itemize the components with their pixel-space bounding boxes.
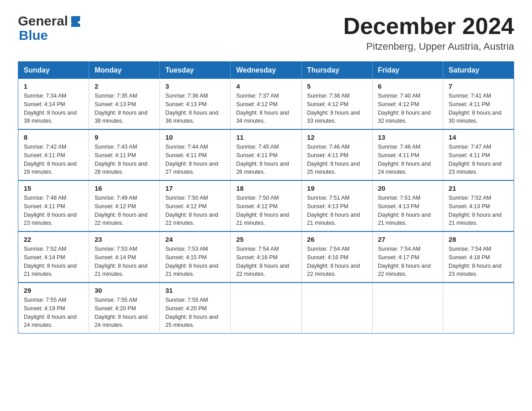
logo: General Blue <box>18 13 82 43</box>
day-info: Sunrise: 7:41 AM Sunset: 4:11 PM Dayligh… <box>449 92 508 125</box>
calendar-cell: 6 Sunrise: 7:40 AM Sunset: 4:12 PM Dayli… <box>372 79 443 129</box>
location-text: Pitzenberg, Upper Austria, Austria <box>343 41 514 52</box>
calendar-cell: 4 Sunrise: 7:37 AM Sunset: 4:12 PM Dayli… <box>231 79 301 129</box>
calendar-header: SundayMondayTuesdayWednesdayThursdayFrid… <box>18 62 514 79</box>
day-info: Sunrise: 7:55 AM Sunset: 4:20 PM Dayligh… <box>165 296 225 330</box>
day-info: Sunrise: 7:50 AM Sunset: 4:12 PM Dayligh… <box>236 194 296 227</box>
day-info: Sunrise: 7:37 AM Sunset: 4:12 PM Dayligh… <box>236 92 296 125</box>
day-info: Sunrise: 7:42 AM Sunset: 4:11 PM Dayligh… <box>24 143 83 176</box>
calendar-cell: 21 Sunrise: 7:52 AM Sunset: 4:13 PM Dayl… <box>443 180 514 231</box>
day-number: 9 <box>94 133 154 141</box>
day-number: 19 <box>307 184 367 192</box>
calendar-cell: 17 Sunrise: 7:50 AM Sunset: 4:12 PM Dayl… <box>160 180 231 231</box>
calendar-cell: 28 Sunrise: 7:54 AM Sunset: 4:18 PM Dayl… <box>443 231 514 283</box>
day-number: 8 <box>24 133 83 141</box>
calendar-cell: 25 Sunrise: 7:54 AM Sunset: 4:16 PM Dayl… <box>231 231 301 283</box>
calendar-cell: 18 Sunrise: 7:50 AM Sunset: 4:12 PM Dayl… <box>231 180 301 231</box>
day-info: Sunrise: 7:55 AM Sunset: 4:19 PM Dayligh… <box>24 296 83 330</box>
day-number: 17 <box>165 184 225 192</box>
day-number: 25 <box>236 235 296 243</box>
day-header-saturday: Saturday <box>443 62 514 79</box>
calendar-cell: 22 Sunrise: 7:52 AM Sunset: 4:14 PM Dayl… <box>18 231 89 283</box>
day-number: 20 <box>378 184 438 192</box>
day-number: 30 <box>94 287 154 294</box>
day-info: Sunrise: 7:54 AM Sunset: 4:18 PM Dayligh… <box>449 245 508 278</box>
day-number: 16 <box>94 184 154 192</box>
day-info: Sunrise: 7:52 AM Sunset: 4:14 PM Dayligh… <box>24 245 83 278</box>
calendar-cell <box>301 283 372 334</box>
calendar-cell: 7 Sunrise: 7:41 AM Sunset: 4:11 PM Dayli… <box>443 79 514 129</box>
day-info: Sunrise: 7:44 AM Sunset: 4:11 PM Dayligh… <box>165 143 225 176</box>
day-info: Sunrise: 7:45 AM Sunset: 4:11 PM Dayligh… <box>236 143 296 176</box>
day-header-wednesday: Wednesday <box>231 62 301 79</box>
day-info: Sunrise: 7:51 AM Sunset: 4:13 PM Dayligh… <box>378 194 438 227</box>
day-number: 22 <box>24 235 83 243</box>
calendar-cell <box>372 283 443 334</box>
day-header-tuesday: Tuesday <box>160 62 231 79</box>
day-info: Sunrise: 7:43 AM Sunset: 4:11 PM Dayligh… <box>94 143 154 176</box>
day-number: 15 <box>24 184 83 192</box>
day-info: Sunrise: 7:46 AM Sunset: 4:11 PM Dayligh… <box>378 143 438 176</box>
day-number: 13 <box>378 133 438 141</box>
month-title: December 2024 <box>343 13 514 39</box>
day-number: 28 <box>449 235 508 243</box>
logo-blue-text: Blue <box>19 28 48 43</box>
day-info: Sunrise: 7:40 AM Sunset: 4:12 PM Dayligh… <box>378 92 438 125</box>
logo-flag-icon <box>69 14 82 27</box>
calendar-cell: 2 Sunrise: 7:35 AM Sunset: 4:13 PM Dayli… <box>89 79 160 129</box>
day-info: Sunrise: 7:38 AM Sunset: 4:12 PM Dayligh… <box>307 92 367 125</box>
day-info: Sunrise: 7:52 AM Sunset: 4:13 PM Dayligh… <box>449 194 508 227</box>
day-number: 10 <box>165 133 225 141</box>
calendar-cell: 11 Sunrise: 7:45 AM Sunset: 4:11 PM Dayl… <box>231 129 301 180</box>
day-number: 11 <box>236 133 296 141</box>
calendar-cell: 9 Sunrise: 7:43 AM Sunset: 4:11 PM Dayli… <box>89 129 160 180</box>
week-row-4: 22 Sunrise: 7:52 AM Sunset: 4:14 PM Dayl… <box>18 231 514 283</box>
week-row-1: 1 Sunrise: 7:34 AM Sunset: 4:14 PM Dayli… <box>18 79 514 129</box>
calendar-cell: 24 Sunrise: 7:53 AM Sunset: 4:15 PM Dayl… <box>160 231 231 283</box>
calendar-cell: 15 Sunrise: 7:48 AM Sunset: 4:11 PM Dayl… <box>18 180 89 231</box>
day-number: 27 <box>378 235 438 243</box>
calendar-cell: 13 Sunrise: 7:46 AM Sunset: 4:11 PM Dayl… <box>372 129 443 180</box>
day-number: 2 <box>94 82 154 90</box>
calendar-cell: 12 Sunrise: 7:46 AM Sunset: 4:11 PM Dayl… <box>301 129 372 180</box>
day-number: 12 <box>307 133 367 141</box>
day-number: 4 <box>236 82 296 90</box>
day-info: Sunrise: 7:51 AM Sunset: 4:13 PM Dayligh… <box>307 194 367 227</box>
day-number: 26 <box>307 235 367 243</box>
day-info: Sunrise: 7:54 AM Sunset: 4:16 PM Dayligh… <box>236 245 296 278</box>
day-number: 3 <box>165 82 225 90</box>
week-row-5: 29 Sunrise: 7:55 AM Sunset: 4:19 PM Dayl… <box>18 283 514 334</box>
logo-general-text: General <box>18 13 68 29</box>
day-number: 5 <box>307 82 367 90</box>
day-number: 7 <box>449 82 508 90</box>
calendar-cell: 23 Sunrise: 7:53 AM Sunset: 4:14 PM Dayl… <box>89 231 160 283</box>
day-info: Sunrise: 7:53 AM Sunset: 4:14 PM Dayligh… <box>94 245 154 278</box>
calendar-cell: 5 Sunrise: 7:38 AM Sunset: 4:12 PM Dayli… <box>301 79 372 129</box>
day-info: Sunrise: 7:47 AM Sunset: 4:11 PM Dayligh… <box>449 143 508 176</box>
calendar-cell: 30 Sunrise: 7:55 AM Sunset: 4:20 PM Dayl… <box>89 283 160 334</box>
title-section: December 2024 Pitzenberg, Upper Austria,… <box>343 13 514 52</box>
day-number: 24 <box>165 235 225 243</box>
day-info: Sunrise: 7:48 AM Sunset: 4:11 PM Dayligh… <box>24 194 83 227</box>
day-info: Sunrise: 7:34 AM Sunset: 4:14 PM Dayligh… <box>24 92 83 125</box>
page-header: General Blue December 2024 Pitzenberg, U… <box>18 13 514 52</box>
day-number: 23 <box>94 235 154 243</box>
day-number: 29 <box>24 287 83 294</box>
week-row-2: 8 Sunrise: 7:42 AM Sunset: 4:11 PM Dayli… <box>18 129 514 180</box>
day-info: Sunrise: 7:35 AM Sunset: 4:13 PM Dayligh… <box>94 92 154 125</box>
calendar-cell: 10 Sunrise: 7:44 AM Sunset: 4:11 PM Dayl… <box>160 129 231 180</box>
day-info: Sunrise: 7:55 AM Sunset: 4:20 PM Dayligh… <box>94 296 154 330</box>
day-info: Sunrise: 7:46 AM Sunset: 4:11 PM Dayligh… <box>307 143 367 176</box>
day-number: 31 <box>165 287 225 294</box>
calendar-cell: 20 Sunrise: 7:51 AM Sunset: 4:13 PM Dayl… <box>372 180 443 231</box>
day-info: Sunrise: 7:53 AM Sunset: 4:15 PM Dayligh… <box>165 245 225 278</box>
calendar-cell: 19 Sunrise: 7:51 AM Sunset: 4:13 PM Dayl… <box>301 180 372 231</box>
day-number: 14 <box>449 133 508 141</box>
calendar-cell: 27 Sunrise: 7:54 AM Sunset: 4:17 PM Dayl… <box>372 231 443 283</box>
calendar-cell: 3 Sunrise: 7:36 AM Sunset: 4:13 PM Dayli… <box>160 79 231 129</box>
calendar-cell <box>231 283 301 334</box>
calendar-cell: 31 Sunrise: 7:55 AM Sunset: 4:20 PM Dayl… <box>160 283 231 334</box>
day-number: 18 <box>236 184 296 192</box>
day-info: Sunrise: 7:49 AM Sunset: 4:12 PM Dayligh… <box>94 194 154 227</box>
day-info: Sunrise: 7:54 AM Sunset: 4:16 PM Dayligh… <box>307 245 367 278</box>
